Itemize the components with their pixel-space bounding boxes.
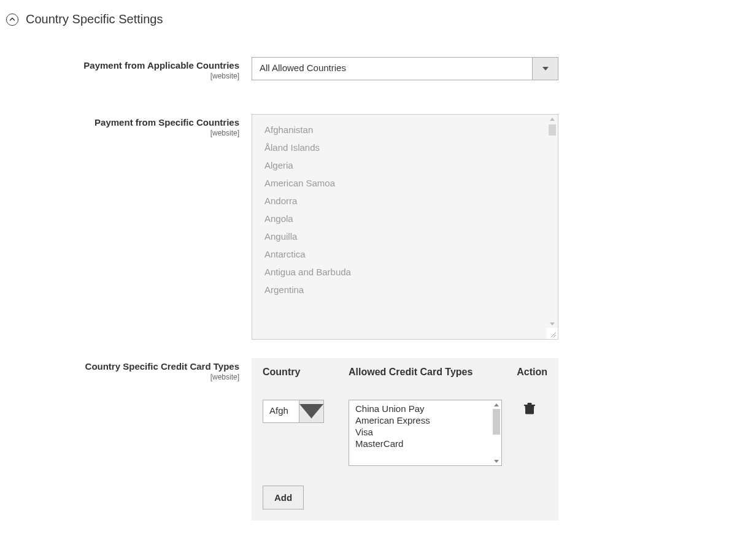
card-types-multiselect[interactable]: China Union Pay American Express Visa Ma… bbox=[349, 400, 502, 466]
label-text: Country Specific Credit Card Types bbox=[31, 361, 239, 372]
label-scope: [website] bbox=[31, 373, 239, 381]
column-header-country: Country bbox=[263, 367, 349, 378]
delete-action bbox=[502, 400, 547, 417]
multiselect-items: China Union Pay American Express Visa Ma… bbox=[349, 400, 501, 452]
label-text: Payment from Specific Countries bbox=[31, 117, 239, 128]
scroll-up-icon[interactable] bbox=[493, 402, 500, 408]
field-applicable-countries: Payment from Applicable Countries [websi… bbox=[31, 57, 750, 80]
add-button[interactable]: Add bbox=[263, 486, 304, 509]
field-specific-countries: Payment from Specific Countries [website… bbox=[31, 114, 750, 340]
table-footer: Add bbox=[252, 477, 558, 521]
scroll-up-icon[interactable] bbox=[547, 115, 558, 123]
country-option[interactable]: American Samoa bbox=[252, 174, 558, 192]
card-types-table: Country Allowed Credit Card Types Action… bbox=[252, 358, 558, 521]
country-option[interactable]: Antarctica bbox=[252, 245, 558, 263]
card-option[interactable]: China Union Pay bbox=[349, 403, 501, 414]
form-container: Payment from Applicable Countries [websi… bbox=[6, 57, 750, 521]
select-value: Afgh bbox=[263, 400, 299, 422]
country-option[interactable]: Åland Islands bbox=[252, 139, 558, 156]
country-option[interactable]: Anguilla bbox=[252, 227, 558, 245]
label-scope: [website] bbox=[31, 72, 239, 80]
trash-icon[interactable] bbox=[524, 402, 535, 417]
resize-handle[interactable] bbox=[547, 328, 558, 339]
field-control: All Allowed Countries bbox=[252, 57, 558, 80]
field-control: Afghanistan Åland Islands Algeria Americ… bbox=[252, 114, 558, 340]
chevron-down-icon bbox=[299, 400, 323, 422]
scrollbar[interactable] bbox=[492, 400, 501, 465]
section-header[interactable]: Country Specific Settings bbox=[6, 12, 750, 26]
svg-rect-1 bbox=[528, 403, 531, 405]
scroll-down-icon[interactable] bbox=[547, 319, 558, 328]
field-label: Payment from Applicable Countries [websi… bbox=[31, 57, 252, 80]
scrollbar-thumb[interactable] bbox=[493, 409, 500, 435]
card-option[interactable]: Visa bbox=[349, 426, 501, 438]
collapse-icon bbox=[6, 13, 18, 26]
scrollbar[interactable] bbox=[547, 115, 558, 328]
country-option[interactable]: Afghanistan bbox=[252, 121, 558, 139]
country-select[interactable]: Afgh bbox=[263, 400, 324, 423]
card-option[interactable]: MasterCard bbox=[349, 438, 501, 449]
chevron-down-icon bbox=[532, 58, 558, 80]
applicable-countries-select[interactable]: All Allowed Countries bbox=[252, 57, 558, 80]
country-option[interactable]: Algeria bbox=[252, 156, 558, 174]
table-header: Country Allowed Credit Card Types Action bbox=[252, 358, 558, 389]
field-card-types: Country Specific Credit Card Types [webs… bbox=[31, 358, 750, 521]
label-scope: [website] bbox=[31, 129, 239, 137]
country-option[interactable]: Angola bbox=[252, 210, 558, 227]
select-value: All Allowed Countries bbox=[252, 58, 532, 80]
scroll-down-icon[interactable] bbox=[493, 458, 500, 464]
specific-countries-multiselect[interactable]: Afghanistan Åland Islands Algeria Americ… bbox=[252, 114, 558, 340]
table-row: Afgh China Union Pay American Express Vi… bbox=[252, 389, 558, 477]
column-header-action: Action bbox=[511, 367, 547, 378]
country-option[interactable]: Andorra bbox=[252, 192, 558, 210]
country-option[interactable]: Argentina bbox=[252, 281, 558, 299]
multiselect-items: Afghanistan Åland Islands Algeria Americ… bbox=[252, 115, 558, 328]
field-label: Payment from Specific Countries [website… bbox=[31, 114, 252, 137]
column-header-cards: Allowed Credit Card Types bbox=[349, 367, 511, 378]
svg-rect-0 bbox=[525, 405, 534, 414]
section-title: Country Specific Settings bbox=[26, 12, 163, 26]
svg-rect-2 bbox=[524, 405, 535, 406]
country-option[interactable]: Antigua and Barbuda bbox=[252, 263, 558, 281]
label-text: Payment from Applicable Countries bbox=[31, 60, 239, 71]
field-label: Country Specific Credit Card Types [webs… bbox=[31, 358, 252, 381]
card-option[interactable]: American Express bbox=[349, 414, 501, 426]
scrollbar-thumb[interactable] bbox=[549, 124, 556, 135]
